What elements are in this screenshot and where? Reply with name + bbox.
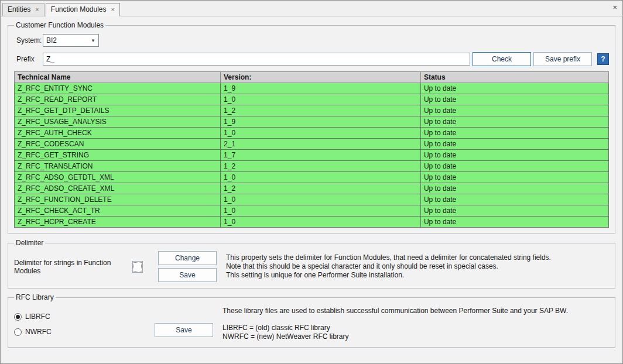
technical-name-cell: Z_RFC_TRANSLATION <box>15 161 221 172</box>
table-row[interactable]: Z_RFC_ENTITY_SYNC1_9Up to date <box>15 83 609 94</box>
delimiter-input[interactable] <box>132 261 143 273</box>
version-cell: 1_2 <box>221 105 421 116</box>
rfc-library-group-title: RFC Library <box>14 293 56 301</box>
system-dropdown[interactable]: BI2 ▼ <box>43 34 99 47</box>
version-cell: 1_0 <box>221 128 421 139</box>
technical-name-cell: Z_RFC_AUTH_CHECK <box>15 128 221 139</box>
delimiter-label: Delimiter for strings in Function Module… <box>14 259 132 275</box>
column-header-version[interactable]: Version: <box>221 72 421 83</box>
tab-entities-close-icon[interactable]: × <box>35 6 39 13</box>
delimiter-group-title: Delimiter <box>14 239 45 247</box>
tab-entities-label: Entities <box>8 5 30 13</box>
function-modules-table: Technical Name Version: Status Z_RFC_ENT… <box>14 71 609 228</box>
radio-unselected-icon <box>14 328 22 336</box>
chevron-down-icon: ▼ <box>91 38 95 43</box>
table-header-row: Technical Name Version: Status <box>15 72 609 83</box>
version-cell: 1_0 <box>221 194 421 205</box>
table-row[interactable]: Z_RFC_ADSO_GETDTL_XML1_0Up to date <box>15 172 609 183</box>
tab-function-modules-label: Function Modules <box>51 5 107 13</box>
status-cell: Up to date <box>420 205 608 217</box>
radio-nwrfc[interactable]: NWRFC <box>14 328 155 336</box>
version-cell: 1_9 <box>221 116 421 128</box>
technical-name-cell: Z_RFC_ADSO_CREATE_XML <box>15 183 221 194</box>
table-row[interactable]: Z_RFC_GET_DTP_DETAILS1_2Up to date <box>15 105 609 116</box>
delimiter-description-line2: Note that this should be a special chara… <box>226 262 551 271</box>
version-cell: 1_9 <box>221 83 421 94</box>
rfc-description-gap <box>222 315 568 324</box>
customer-function-modules-group-title: Customer Function Modules <box>14 21 105 29</box>
status-cell: Up to date <box>420 128 608 139</box>
table-row[interactable]: Z_RFC_FUNCTION_DELETE1_0Up to date <box>15 194 609 205</box>
status-cell: Up to date <box>420 116 608 128</box>
tab-function-modules[interactable]: Function Modules × <box>46 3 120 16</box>
prefix-row: Prefix Check Save prefix ? <box>16 52 609 66</box>
version-cell: 1_2 <box>221 183 421 194</box>
rfc-description-line1: These library files are used to establis… <box>222 307 568 315</box>
delimiter-description-line1: This property sets the delimiter for Fun… <box>226 253 551 262</box>
column-header-technical-name[interactable]: Technical Name <box>15 72 221 83</box>
status-cell: Up to date <box>420 94 608 105</box>
technical-name-cell: Z_RFC_USAGE_ANALYSIS <box>15 116 221 128</box>
rfc-description-line3: NWRFC = (new) NetWeaver RFC library <box>222 332 568 341</box>
table-row[interactable]: Z_RFC_USAGE_ANALYSIS1_9Up to date <box>15 116 609 128</box>
modules-table-body: Z_RFC_ENTITY_SYNC1_9Up to dateZ_RFC_READ… <box>15 83 609 228</box>
table-row[interactable]: Z_RFC_ADSO_CREATE_XML1_2Up to date <box>15 183 609 194</box>
window-close-icon[interactable]: × <box>612 4 617 11</box>
technical-name-cell: Z_RFC_ADSO_GETDTL_XML <box>15 172 221 183</box>
table-row[interactable]: Z_RFC_GET_STRING1_7Up to date <box>15 150 609 161</box>
version-cell: 1_7 <box>221 150 421 161</box>
table-row[interactable]: Z_RFC_HCPR_CREATE1_0Up to date <box>15 217 609 228</box>
delimiter-group: Delimiter Delimiter for strings in Funct… <box>8 239 615 289</box>
version-cell: 1_2 <box>221 161 421 172</box>
table-row[interactable]: Z_RFC_TRANSLATION1_2Up to date <box>15 161 609 172</box>
table-row[interactable]: Z_RFC_AUTH_CHECK1_0Up to date <box>15 128 609 139</box>
status-cell: Up to date <box>420 105 608 116</box>
radio-selected-icon <box>14 313 22 321</box>
rfc-save-button[interactable]: Save <box>155 323 213 337</box>
tab-entities[interactable]: Entities × <box>2 3 44 16</box>
tab-function-modules-close-icon[interactable]: × <box>111 6 115 13</box>
radio-librfc-label: LIBRFC <box>25 313 50 321</box>
tab-strip: Entities × Function Modules × × <box>1 1 622 16</box>
status-cell: Up to date <box>420 139 608 150</box>
table-row[interactable]: Z_RFC_CODESCAN2_1Up to date <box>15 139 609 150</box>
table-row[interactable]: Z_RFC_READ_REPORT1_0Up to date <box>15 94 609 105</box>
rfc-library-group: RFC Library LIBRFC NWRFC Save These libr… <box>8 293 615 348</box>
delimiter-description: This property sets the delimiter for Fun… <box>226 253 551 280</box>
technical-name-cell: Z_RFC_READ_REPORT <box>15 94 221 105</box>
technical-name-cell: Z_RFC_FUNCTION_DELETE <box>15 194 221 205</box>
technical-name-cell: Z_RFC_HCPR_CREATE <box>15 217 221 228</box>
delimiter-description-line3: This setting is unique for one Performer… <box>226 271 551 280</box>
status-cell: Up to date <box>420 150 608 161</box>
prefix-label: Prefix <box>16 55 43 63</box>
save-prefix-button[interactable]: Save prefix <box>533 52 592 66</box>
column-header-status[interactable]: Status <box>420 72 608 83</box>
status-cell: Up to date <box>420 83 608 94</box>
rfc-library-buttons: Save <box>155 304 213 337</box>
rfc-library-description: These library files are used to establis… <box>222 304 568 341</box>
delimiter-change-button[interactable]: Change <box>158 251 217 265</box>
status-cell: Up to date <box>420 172 608 183</box>
table-row[interactable]: Z_RFC_CHECK_ACT_TR1_0Up to date <box>15 205 609 217</box>
radio-librfc[interactable]: LIBRFC <box>14 313 155 321</box>
delimiter-buttons: Change Save <box>158 251 217 282</box>
version-cell: 1_0 <box>221 172 421 183</box>
technical-name-cell: Z_RFC_CHECK_ACT_TR <box>15 205 221 217</box>
delimiter-row: Delimiter for strings in Function Module… <box>14 251 609 282</box>
customer-function-modules-group: Customer Function Modules System: BI2 ▼ … <box>8 21 615 234</box>
version-cell: 1_0 <box>221 205 421 217</box>
system-row: System: BI2 ▼ <box>16 34 609 47</box>
technical-name-cell: Z_RFC_ENTITY_SYNC <box>15 83 221 94</box>
check-button[interactable]: Check <box>473 52 531 66</box>
technical-name-cell: Z_RFC_GET_STRING <box>15 150 221 161</box>
radio-nwrfc-label: NWRFC <box>25 328 52 336</box>
help-button[interactable]: ? <box>597 53 609 65</box>
delimiter-save-button[interactable]: Save <box>158 268 217 282</box>
prefix-input[interactable] <box>43 53 470 66</box>
status-cell: Up to date <box>420 194 608 205</box>
status-cell: Up to date <box>420 217 608 228</box>
version-cell: 1_0 <box>221 94 421 105</box>
system-label: System: <box>16 36 43 44</box>
version-cell: 1_0 <box>221 217 421 228</box>
technical-name-cell: Z_RFC_GET_DTP_DETAILS <box>15 105 221 116</box>
